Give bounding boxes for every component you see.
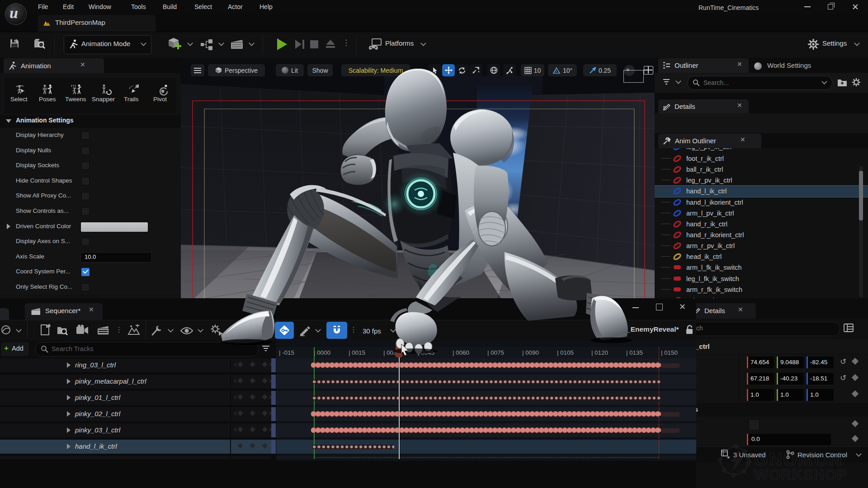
svg-text:THE: THE xyxy=(745,454,752,467)
svg-text:WORKSHOP: WORKSHOP xyxy=(754,466,847,483)
